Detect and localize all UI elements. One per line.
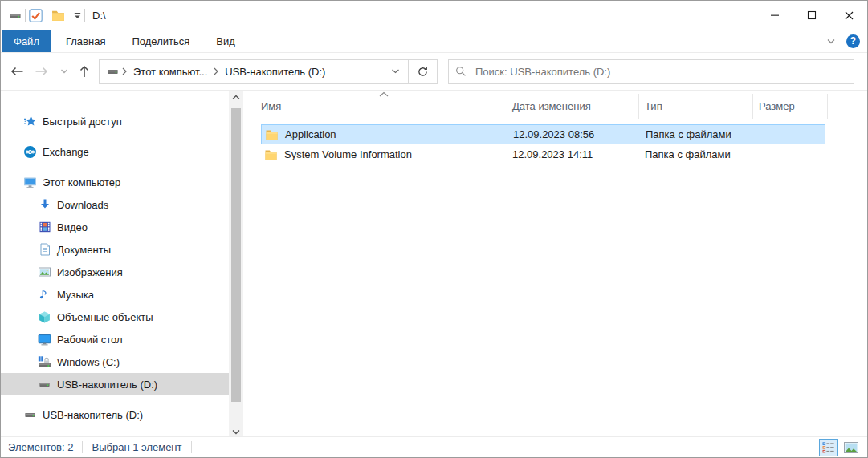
maximize-button[interactable] bbox=[793, 1, 830, 30]
ribbon-collapse-chevron-icon[interactable] bbox=[825, 35, 837, 47]
sidebar-item-usb-d-root[interactable]: USB-накопитель (D:) bbox=[1, 403, 229, 426]
exchange-icon bbox=[23, 145, 37, 159]
scroll-up-icon[interactable] bbox=[229, 91, 243, 104]
column-header-modified[interactable]: Дата изменения bbox=[512, 91, 638, 120]
sidebar-item-music[interactable]: Музыка bbox=[1, 283, 229, 306]
column-header-size[interactable]: Размер bbox=[759, 91, 827, 120]
minimize-button[interactable] bbox=[756, 1, 793, 30]
sidebar-item-quick-access[interactable]: Быстрый доступ bbox=[1, 110, 229, 132]
sidebar-item-label: Downloads bbox=[57, 199, 108, 211]
sidebar-item-desktop[interactable]: Рабочий стол bbox=[1, 328, 229, 351]
column-header-name[interactable]: Имя bbox=[261, 91, 507, 120]
sidebar-item-pictures[interactable]: Изображения bbox=[1, 261, 229, 283]
drive-icon bbox=[38, 378, 51, 391]
column-divider[interactable] bbox=[638, 94, 639, 119]
file-modified-date: 12.09.2023 08:56 bbox=[513, 128, 594, 140]
search-input[interactable] bbox=[474, 65, 847, 79]
sidebar-item-label: USB-накопитель (D:) bbox=[57, 379, 157, 391]
column-divider[interactable] bbox=[752, 94, 753, 119]
windows-drive-icon bbox=[38, 355, 51, 369]
file-name: Application bbox=[285, 128, 336, 140]
sidebar-item-windows-c[interactable]: Windows (C:) bbox=[1, 351, 229, 373]
close-button[interactable] bbox=[830, 1, 867, 30]
sidebar-item-3d-objects[interactable]: Объемные объекты bbox=[1, 306, 229, 328]
tab-file[interactable]: Файл bbox=[2, 30, 51, 52]
new-folder-icon[interactable] bbox=[51, 9, 66, 22]
sidebar-item-label: Рабочий стол bbox=[57, 334, 123, 346]
quick-access-star-icon bbox=[23, 115, 37, 128]
sidebar-item-video[interactable]: Видео bbox=[1, 216, 229, 238]
help-icon[interactable]: ? bbox=[846, 34, 860, 48]
computer-icon bbox=[23, 176, 37, 189]
scrollbar-thumb[interactable] bbox=[231, 108, 241, 402]
quick-access-toolbar bbox=[28, 8, 82, 23]
column-header-row: Имя Дата изменения Тип Размер bbox=[243, 91, 867, 120]
divider bbox=[191, 441, 192, 453]
breadcrumb-chevron-icon[interactable] bbox=[121, 67, 128, 75]
drive-icon bbox=[23, 408, 37, 422]
video-icon bbox=[38, 221, 51, 234]
column-divider[interactable] bbox=[507, 94, 507, 119]
sidebar-item-label: Быстрый доступ bbox=[43, 116, 122, 128]
sidebar-item-label: Видео bbox=[57, 221, 88, 233]
sidebar-item-usb-d[interactable]: USB-накопитель (D:) bbox=[1, 373, 229, 395]
refresh-button[interactable] bbox=[409, 59, 438, 84]
file-name: System Volume Information bbox=[284, 148, 412, 160]
tab-view[interactable]: Вид bbox=[205, 30, 247, 52]
column-header-type[interactable]: Тип bbox=[645, 91, 752, 120]
drive-icon bbox=[106, 66, 120, 77]
file-list: Имя Дата изменения Тип Размер Applicatio… bbox=[243, 91, 867, 439]
sidebar-item-label: Музыка bbox=[57, 289, 94, 301]
downloads-icon bbox=[38, 198, 51, 212]
file-modified-date: 12.09.2023 14:11 bbox=[512, 148, 593, 160]
qat-customize-dropdown-icon[interactable] bbox=[73, 11, 82, 20]
thumbnails-view-icon bbox=[844, 442, 858, 453]
sidebar-item-exchange[interactable]: Exchange bbox=[1, 140, 229, 163]
file-type: Папка с файлами bbox=[645, 148, 731, 160]
properties-check-icon[interactable] bbox=[28, 8, 43, 23]
sidebar-item-label: Этот компьютер bbox=[43, 176, 120, 188]
nav-buttons bbox=[1, 62, 99, 81]
selection-count: Выбран 1 элемент bbox=[92, 441, 181, 453]
tab-home[interactable]: Главная bbox=[55, 30, 116, 52]
navigation-toolbar: Этот компьют... USB-накопитель (D:) bbox=[1, 53, 867, 91]
breadcrumb-usb-drive[interactable]: USB-накопитель (D:) bbox=[225, 66, 325, 78]
divider bbox=[25, 9, 26, 22]
sidebar-item-label: Windows (C:) bbox=[57, 356, 120, 368]
file-type: Папка с файлами bbox=[646, 128, 731, 140]
recent-locations-chevron-icon[interactable] bbox=[59, 65, 70, 78]
view-switcher bbox=[819, 439, 867, 456]
sidebar-item-downloads[interactable]: Downloads bbox=[1, 193, 229, 216]
tab-share[interactable]: Поделиться bbox=[120, 30, 201, 52]
thumbnails-view-button[interactable] bbox=[842, 439, 861, 456]
music-note-icon bbox=[38, 288, 51, 302]
sidebar-item-this-pc[interactable]: Этот компьютер bbox=[1, 171, 229, 193]
status-bar: Элементов: 2 Выбран 1 элемент bbox=[1, 436, 867, 457]
breadcrumb-chevron-icon[interactable] bbox=[213, 67, 219, 75]
folder-icon bbox=[264, 148, 278, 161]
back-button[interactable] bbox=[8, 63, 26, 80]
column-divider[interactable] bbox=[827, 94, 828, 119]
sidebar-item-label: Exchange bbox=[43, 146, 89, 158]
sidebar-item-label: Изображения bbox=[57, 266, 123, 278]
search-icon bbox=[455, 66, 467, 77]
sidebar-scrollbar[interactable] bbox=[229, 91, 243, 439]
window-title: D:\ bbox=[92, 10, 106, 22]
drive-window-icon bbox=[8, 10, 22, 22]
sidebar-item-documents[interactable]: Документы bbox=[1, 238, 229, 261]
document-icon bbox=[38, 243, 51, 257]
divider bbox=[82, 441, 83, 453]
address-dropdown-chevron-icon[interactable] bbox=[386, 68, 405, 75]
title-bar: D:\ bbox=[1, 1, 867, 30]
forward-button[interactable] bbox=[33, 63, 51, 80]
breadcrumb-this-pc[interactable]: Этот компьют... bbox=[133, 66, 207, 78]
address-bar[interactable]: Этот компьют... USB-накопитель (D:) bbox=[99, 59, 409, 84]
file-row[interactable]: Application12.09.2023 08:56Папка с файла… bbox=[261, 124, 825, 144]
search-box[interactable] bbox=[448, 59, 854, 84]
file-row[interactable]: System Volume Information12.09.2023 14:1… bbox=[261, 144, 825, 164]
sidebar-item-label: USB-накопитель (D:) bbox=[43, 409, 143, 421]
up-button[interactable] bbox=[77, 62, 92, 81]
sidebar: Быстрый доступExchangeЭтот компьютерDown… bbox=[1, 91, 229, 439]
cube-3d-icon bbox=[38, 310, 51, 324]
details-view-button[interactable] bbox=[819, 439, 838, 456]
